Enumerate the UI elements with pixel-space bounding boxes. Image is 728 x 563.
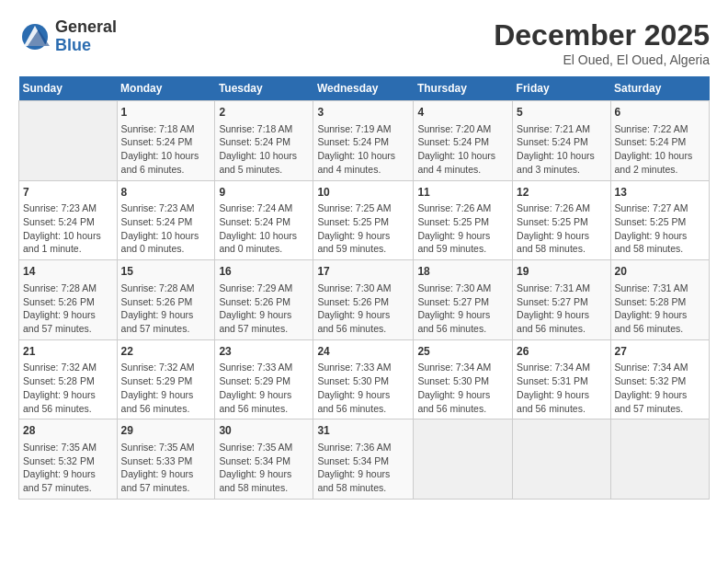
cell-info: Sunrise: 7:32 AM Sunset: 5:28 PM Dayligh…	[23, 361, 113, 415]
calendar-week-3: 14Sunrise: 7:28 AM Sunset: 5:26 PM Dayli…	[19, 260, 710, 340]
day-number: 31	[317, 423, 409, 439]
cell-info: Sunrise: 7:34 AM Sunset: 5:32 PM Dayligh…	[615, 361, 705, 415]
calendar-cell: 2Sunrise: 7:18 AM Sunset: 5:24 PM Daylig…	[215, 101, 313, 181]
day-number: 2	[219, 105, 309, 121]
day-number: 30	[219, 423, 309, 439]
day-number: 1	[121, 105, 211, 121]
cell-info: Sunrise: 7:35 AM Sunset: 5:33 PM Dayligh…	[121, 441, 211, 495]
calendar-cell: 4Sunrise: 7:20 AM Sunset: 5:24 PM Daylig…	[414, 101, 513, 181]
calendar-cell	[414, 419, 513, 500]
calendar-cell: 9Sunrise: 7:24 AM Sunset: 5:24 PM Daylig…	[215, 180, 313, 260]
weekday-header-thursday: Thursday	[414, 76, 513, 101]
calendar-cell: 23Sunrise: 7:33 AM Sunset: 5:29 PM Dayli…	[215, 339, 313, 419]
weekday-header-tuesday: Tuesday	[215, 76, 313, 101]
month-title: December 2025	[494, 18, 710, 52]
cell-info: Sunrise: 7:18 AM Sunset: 5:24 PM Dayligh…	[121, 122, 211, 177]
cell-info: Sunrise: 7:23 AM Sunset: 5:24 PM Dayligh…	[121, 201, 211, 256]
logo-icon	[18, 20, 51, 53]
title-block: December 2025 El Oued, El Oued, Algeria	[494, 18, 710, 67]
cell-info: Sunrise: 7:25 AM Sunset: 5:25 PM Dayligh…	[317, 201, 409, 256]
cell-info: Sunrise: 7:28 AM Sunset: 5:26 PM Dayligh…	[121, 282, 211, 336]
calendar-cell	[513, 419, 610, 500]
calendar-cell: 28Sunrise: 7:35 AM Sunset: 5:32 PM Dayli…	[19, 419, 118, 500]
day-number: 5	[517, 105, 606, 121]
day-number: 3	[317, 105, 409, 121]
calendar-cell: 16Sunrise: 7:29 AM Sunset: 5:26 PM Dayli…	[215, 260, 313, 340]
day-number: 11	[417, 185, 508, 201]
cell-info: Sunrise: 7:22 AM Sunset: 5:24 PM Dayligh…	[615, 122, 705, 177]
calendar-cell: 12Sunrise: 7:26 AM Sunset: 5:25 PM Dayli…	[513, 180, 610, 260]
calendar-body: 1Sunrise: 7:18 AM Sunset: 5:24 PM Daylig…	[19, 101, 710, 500]
day-number: 7	[23, 185, 113, 201]
calendar-week-5: 28Sunrise: 7:35 AM Sunset: 5:32 PM Dayli…	[19, 419, 710, 500]
calendar-cell: 18Sunrise: 7:30 AM Sunset: 5:27 PM Dayli…	[414, 260, 513, 340]
calendar-table: SundayMondayTuesdayWednesdayThursdayFrid…	[18, 76, 710, 500]
cell-info: Sunrise: 7:26 AM Sunset: 5:25 PM Dayligh…	[517, 201, 606, 256]
cell-info: Sunrise: 7:23 AM Sunset: 5:24 PM Dayligh…	[23, 201, 113, 256]
day-number: 9	[219, 185, 309, 201]
cell-info: Sunrise: 7:33 AM Sunset: 5:30 PM Dayligh…	[317, 361, 409, 415]
day-number: 22	[121, 344, 211, 360]
day-number: 17	[317, 264, 409, 280]
calendar-cell: 10Sunrise: 7:25 AM Sunset: 5:25 PM Dayli…	[313, 180, 414, 260]
cell-info: Sunrise: 7:30 AM Sunset: 5:27 PM Dayligh…	[417, 282, 508, 336]
day-number: 26	[517, 344, 606, 360]
day-number: 28	[23, 423, 113, 439]
calendar-cell: 27Sunrise: 7:34 AM Sunset: 5:32 PM Dayli…	[610, 339, 709, 419]
cell-info: Sunrise: 7:31 AM Sunset: 5:27 PM Dayligh…	[517, 282, 606, 336]
calendar-cell: 30Sunrise: 7:35 AM Sunset: 5:34 PM Dayli…	[215, 419, 313, 500]
day-number: 4	[417, 105, 508, 121]
cell-info: Sunrise: 7:26 AM Sunset: 5:25 PM Dayligh…	[417, 201, 508, 256]
calendar-cell: 26Sunrise: 7:34 AM Sunset: 5:31 PM Dayli…	[513, 339, 610, 419]
calendar-cell	[610, 419, 709, 500]
logo-line1: General	[55, 18, 117, 37]
calendar-week-4: 21Sunrise: 7:32 AM Sunset: 5:28 PM Dayli…	[19, 339, 710, 419]
calendar-cell: 19Sunrise: 7:31 AM Sunset: 5:27 PM Dayli…	[513, 260, 610, 340]
day-number: 25	[417, 344, 508, 360]
cell-info: Sunrise: 7:35 AM Sunset: 5:34 PM Dayligh…	[219, 441, 309, 495]
day-number: 15	[121, 264, 211, 280]
calendar-cell: 31Sunrise: 7:36 AM Sunset: 5:34 PM Dayli…	[313, 419, 414, 500]
day-number: 16	[219, 264, 309, 280]
cell-info: Sunrise: 7:20 AM Sunset: 5:24 PM Dayligh…	[417, 122, 508, 177]
day-number: 6	[615, 105, 705, 121]
calendar-cell: 14Sunrise: 7:28 AM Sunset: 5:26 PM Dayli…	[19, 260, 118, 340]
cell-info: Sunrise: 7:35 AM Sunset: 5:32 PM Dayligh…	[23, 441, 113, 495]
cell-info: Sunrise: 7:24 AM Sunset: 5:24 PM Dayligh…	[219, 201, 309, 256]
weekday-header-friday: Friday	[513, 76, 610, 101]
calendar-cell: 20Sunrise: 7:31 AM Sunset: 5:28 PM Dayli…	[610, 260, 709, 340]
calendar-cell: 1Sunrise: 7:18 AM Sunset: 5:24 PM Daylig…	[117, 101, 215, 181]
weekday-header-saturday: Saturday	[610, 76, 709, 101]
weekday-header-wednesday: Wednesday	[313, 76, 414, 101]
calendar-cell: 6Sunrise: 7:22 AM Sunset: 5:24 PM Daylig…	[610, 101, 709, 181]
calendar-cell	[19, 101, 118, 181]
calendar-cell: 25Sunrise: 7:34 AM Sunset: 5:30 PM Dayli…	[414, 339, 513, 419]
cell-info: Sunrise: 7:31 AM Sunset: 5:28 PM Dayligh…	[615, 282, 705, 336]
cell-info: Sunrise: 7:32 AM Sunset: 5:29 PM Dayligh…	[121, 361, 211, 415]
day-number: 19	[517, 264, 606, 280]
cell-info: Sunrise: 7:30 AM Sunset: 5:26 PM Dayligh…	[317, 282, 409, 336]
location: El Oued, El Oued, Algeria	[494, 52, 710, 67]
calendar-cell: 29Sunrise: 7:35 AM Sunset: 5:33 PM Dayli…	[117, 419, 215, 500]
day-number: 21	[23, 344, 113, 360]
calendar-cell: 17Sunrise: 7:30 AM Sunset: 5:26 PM Dayli…	[313, 260, 414, 340]
calendar-cell: 3Sunrise: 7:19 AM Sunset: 5:24 PM Daylig…	[313, 101, 414, 181]
cell-info: Sunrise: 7:34 AM Sunset: 5:30 PM Dayligh…	[417, 361, 508, 415]
logo-line2: Blue	[55, 37, 117, 55]
calendar-cell: 11Sunrise: 7:26 AM Sunset: 5:25 PM Dayli…	[414, 180, 513, 260]
calendar-cell: 24Sunrise: 7:33 AM Sunset: 5:30 PM Dayli…	[313, 339, 414, 419]
cell-info: Sunrise: 7:21 AM Sunset: 5:24 PM Dayligh…	[517, 122, 606, 177]
calendar-week-2: 7Sunrise: 7:23 AM Sunset: 5:24 PM Daylig…	[19, 180, 710, 260]
day-number: 14	[23, 264, 113, 280]
cell-info: Sunrise: 7:19 AM Sunset: 5:24 PM Dayligh…	[317, 122, 409, 177]
day-number: 12	[517, 185, 606, 201]
calendar-week-1: 1Sunrise: 7:18 AM Sunset: 5:24 PM Daylig…	[19, 101, 710, 181]
page-header: General Blue December 2025 El Oued, El O…	[18, 18, 710, 67]
calendar-cell: 8Sunrise: 7:23 AM Sunset: 5:24 PM Daylig…	[117, 180, 215, 260]
logo: General Blue	[18, 18, 117, 55]
cell-info: Sunrise: 7:28 AM Sunset: 5:26 PM Dayligh…	[23, 282, 113, 336]
calendar-cell: 13Sunrise: 7:27 AM Sunset: 5:25 PM Dayli…	[610, 180, 709, 260]
day-number: 20	[615, 264, 705, 280]
cell-info: Sunrise: 7:34 AM Sunset: 5:31 PM Dayligh…	[517, 361, 606, 415]
day-number: 18	[417, 264, 508, 280]
